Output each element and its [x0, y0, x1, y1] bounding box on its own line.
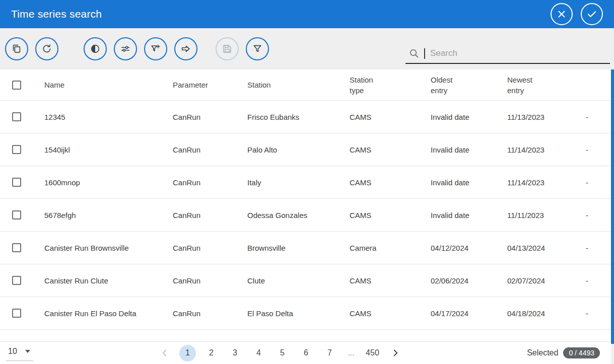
cell-name: 5678efgh — [44, 210, 173, 221]
add-filter-icon — [150, 43, 161, 54]
cell-extra: - — [582, 243, 611, 253]
contrast-toggle-icon — [90, 43, 101, 54]
cell-station: Palo Alto — [247, 144, 350, 155]
copy-button[interactable] — [5, 37, 28, 60]
selected-label: Selected — [527, 348, 558, 357]
row-checkbox[interactable] — [12, 145, 21, 154]
cell-extra: - — [582, 144, 611, 155]
cell-name: 12345 — [44, 112, 173, 122]
cell-station-type: CAMS — [350, 275, 431, 286]
select-all-checkbox[interactable] — [12, 81, 21, 90]
table-row-partial[interactable]: Canister Run Freeport CanRun Freeport Cr… — [0, 330, 611, 341]
page-size-select[interactable]: 10 — [6, 345, 33, 361]
confirm-button[interactable] — [581, 3, 603, 25]
page-button-1[interactable]: 1 — [179, 345, 196, 361]
close-icon — [556, 9, 567, 20]
cell-extra: - — [582, 112, 611, 122]
restore-button[interactable] — [35, 37, 58, 60]
pagination: 1 2 3 4 5 6 7 ... 450 — [33, 345, 527, 361]
tune-button[interactable] — [114, 37, 137, 60]
cell-oldest-entry: Invalid date — [431, 177, 507, 188]
row-checkbox[interactable] — [12, 243, 21, 252]
column-header-parameter: Parameter — [173, 80, 247, 90]
column-header-newest-entry: Newest entry — [507, 75, 539, 96]
apply-filter-button[interactable] — [174, 37, 197, 60]
prev-page-button[interactable] — [157, 345, 172, 360]
table-row[interactable]: 12345 CanRun Frisco Eubanks CAMS Invalid… — [0, 101, 611, 133]
dialog-header: Time series search — [0, 0, 614, 28]
toolbar — [0, 28, 614, 69]
row-checkbox[interactable] — [12, 210, 21, 220]
cell-parameter: CanRun — [173, 144, 247, 155]
next-page-button[interactable] — [388, 345, 403, 360]
text-cursor — [424, 48, 425, 59]
table-row[interactable]: 1600mnop CanRun Italy CAMS Invalid date … — [0, 166, 611, 199]
cell-station: Odessa Gonzales — [247, 210, 350, 221]
selection-summary: Selected 0 / 4493 — [527, 347, 600, 358]
cell-station-type: CAMS — [350, 210, 431, 221]
cell-extra: - — [582, 210, 611, 221]
chevron-right-icon — [390, 347, 401, 358]
cell-oldest-entry: Invalid date — [431, 210, 507, 221]
check-icon — [586, 8, 598, 20]
filter-icon — [252, 43, 263, 54]
cell-station: Brownsville — [247, 243, 350, 253]
cell-newest-entry: 11/14/2023 — [507, 177, 582, 188]
header-actions — [551, 3, 603, 25]
search-icon — [408, 48, 420, 59]
cell-station-type: CAMS — [350, 112, 431, 122]
table-row[interactable]: 5678efgh CanRun Odessa Gonzales CAMS Inv… — [0, 199, 611, 232]
cell-parameter: CanRun — [173, 112, 247, 122]
cell-parameter: CanRun — [173, 243, 247, 253]
cell-station: Frisco Eubanks — [247, 112, 350, 122]
page-button-3[interactable]: 3 — [227, 345, 243, 361]
tune-icon — [120, 43, 131, 54]
page-button-6[interactable]: 6 — [298, 345, 314, 361]
cell-station-type: Camera — [350, 243, 431, 253]
page-size-value: 10 — [8, 347, 17, 356]
page-button-4[interactable]: 4 — [250, 345, 267, 361]
cell-station: El Paso Delta — [247, 308, 350, 319]
page-title: Time series search — [11, 8, 102, 20]
cell-newest-entry: 04/18/2024 — [507, 308, 582, 319]
cell-oldest-entry: Invalid date — [431, 112, 507, 122]
table-row[interactable]: 1540ijkl CanRun Palo Alto CAMS Invalid d… — [0, 133, 611, 166]
vertical-scrollbar-track[interactable] — [611, 69, 614, 364]
column-header-station-type: Station type — [350, 75, 382, 96]
table-header-row: Name Parameter Station Station type Olde… — [0, 69, 611, 101]
vertical-scrollbar-thumb[interactable] — [611, 69, 614, 344]
page-button-2[interactable]: 2 — [203, 345, 220, 361]
contrast-toggle-button[interactable] — [84, 37, 107, 60]
row-checkbox[interactable] — [12, 112, 21, 121]
page-button-last[interactable]: 450 — [364, 345, 381, 361]
column-header-oldest-entry: Oldest entry — [431, 75, 463, 96]
chevron-left-icon — [159, 347, 170, 358]
row-checkbox[interactable] — [12, 178, 21, 187]
row-checkbox[interactable] — [12, 276, 21, 285]
search-box — [405, 48, 610, 64]
filter-button[interactable] — [246, 37, 269, 60]
cell-oldest-entry: 04/12/2024 — [431, 243, 507, 253]
row-checkbox[interactable] — [12, 309, 21, 318]
cell-station-type: CAMS — [350, 144, 431, 155]
footer: 10 1 2 3 4 5 6 7 ... 450 Selected 0 / 44… — [0, 341, 611, 364]
cell-oldest-entry: 02/06/2024 — [431, 275, 507, 286]
page-button-5[interactable]: 5 — [274, 345, 291, 361]
column-header-station: Station — [247, 80, 350, 90]
cell-oldest-entry: Invalid date — [431, 144, 507, 155]
add-filter-button[interactable] — [144, 37, 167, 60]
table-row[interactable]: Canister Run Brownsville CanRun Brownsvi… — [0, 232, 611, 264]
close-button[interactable] — [551, 3, 573, 25]
search-input[interactable] — [430, 48, 609, 58]
chevron-down-icon — [25, 350, 30, 353]
cell-name: Canister Run Brownsville — [44, 243, 173, 253]
cell-parameter: CanRun — [173, 210, 247, 221]
cell-station-type: CAMS — [350, 308, 431, 319]
page-button-7[interactable]: 7 — [321, 345, 338, 361]
column-header-name: Name — [44, 80, 173, 90]
table-row[interactable]: Canister Run El Paso Delta CanRun El Pas… — [0, 297, 611, 330]
cell-newest-entry: 11/14/2023 — [507, 144, 582, 155]
cell-name: 1600mnop — [44, 177, 173, 188]
selected-count-badge: 0 / 4493 — [563, 347, 600, 358]
table-row[interactable]: Canister Run Clute CanRun Clute CAMS 02/… — [0, 264, 611, 297]
